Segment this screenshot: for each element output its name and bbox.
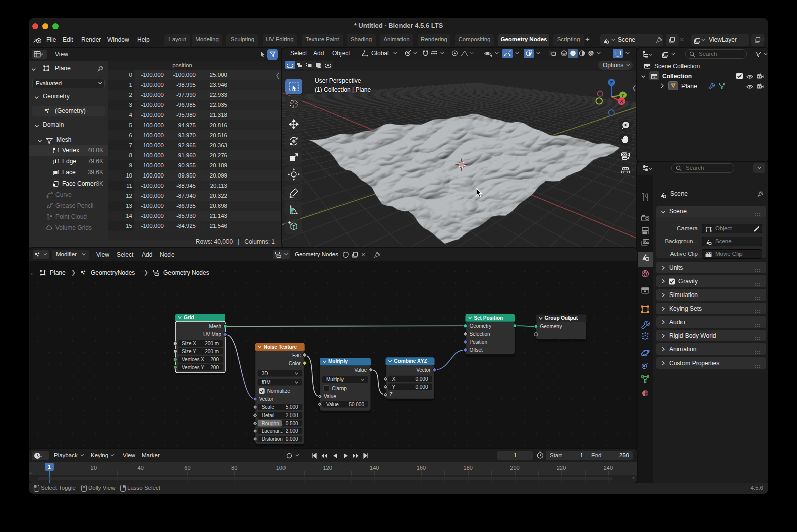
- svg-text:200 m: 200 m: [205, 349, 219, 354]
- svg-text:Size X: Size X: [182, 341, 196, 346]
- svg-text:Multiply: Multiply: [328, 359, 348, 364]
- svg-text:0.000: 0.000: [415, 376, 428, 382]
- svg-text:X: X: [392, 376, 396, 382]
- svg-text:0.000: 0.000: [415, 384, 428, 390]
- svg-text:Group Output: Group Output: [545, 315, 578, 321]
- svg-text:Z: Z: [390, 392, 393, 397]
- svg-text:Position: Position: [469, 339, 487, 345]
- svg-text:Vector: Vector: [259, 396, 274, 402]
- svg-text:Value: Value: [354, 367, 367, 373]
- svg-text:Lacunar...: Lacunar...: [262, 428, 284, 434]
- svg-text:Size Y: Size Y: [182, 349, 196, 354]
- svg-text:X: X: [620, 98, 623, 104]
- svg-text:0.500: 0.500: [286, 421, 298, 426]
- svg-text:Normalize: Normalize: [267, 388, 290, 394]
- svg-text:Detail: Detail: [262, 412, 275, 418]
- svg-text:Selection: Selection: [469, 331, 490, 337]
- svg-text:5.000: 5.000: [286, 404, 298, 410]
- svg-text:2.000: 2.000: [286, 428, 298, 434]
- svg-text:UV Map: UV Map: [203, 332, 222, 337]
- svg-text:Fac: Fac: [292, 352, 301, 358]
- svg-text:Geometry: Geometry: [469, 323, 491, 329]
- svg-text:Y: Y: [621, 92, 625, 98]
- svg-text:Multiply: Multiply: [326, 377, 344, 382]
- svg-text:²: ²: [616, 52, 618, 55]
- svg-text:Clamp: Clamp: [332, 386, 347, 391]
- svg-text:2.000: 2.000: [286, 412, 298, 418]
- svg-text:Vector: Vector: [416, 367, 431, 373]
- svg-text:Set Position: Set Position: [474, 315, 503, 321]
- svg-text:Z: Z: [610, 80, 613, 85]
- svg-text:200 m: 200 m: [205, 341, 219, 346]
- svg-text:200: 200: [210, 357, 219, 362]
- svg-text:Y: Y: [392, 384, 396, 390]
- svg-text:fBM: fBM: [262, 380, 271, 385]
- svg-text:Noise Texture: Noise Texture: [264, 344, 297, 350]
- svg-text:Mesh: Mesh: [209, 324, 221, 329]
- svg-text:Grid: Grid: [184, 315, 194, 320]
- svg-text:Value: Value: [326, 402, 339, 407]
- svg-text:Distortion: Distortion: [262, 436, 283, 442]
- svg-text:50.000: 50.000: [349, 402, 364, 407]
- svg-text:Vertices X: Vertices X: [182, 357, 204, 362]
- svg-text:3D: 3D: [262, 371, 268, 376]
- svg-text:Vertices Y: Vertices Y: [182, 365, 204, 370]
- svg-text:Combine XYZ: Combine XYZ: [394, 358, 427, 364]
- svg-text:Value: Value: [324, 394, 336, 399]
- svg-text:Offset: Offset: [469, 347, 483, 353]
- svg-text:Roughn...: Roughn...: [262, 421, 283, 426]
- svg-text:0.000: 0.000: [286, 436, 298, 442]
- svg-text:Geometry: Geometry: [540, 324, 562, 329]
- svg-text:200: 200: [210, 365, 219, 370]
- svg-text:Scale: Scale: [262, 404, 274, 410]
- svg-text:Color: Color: [289, 361, 301, 366]
